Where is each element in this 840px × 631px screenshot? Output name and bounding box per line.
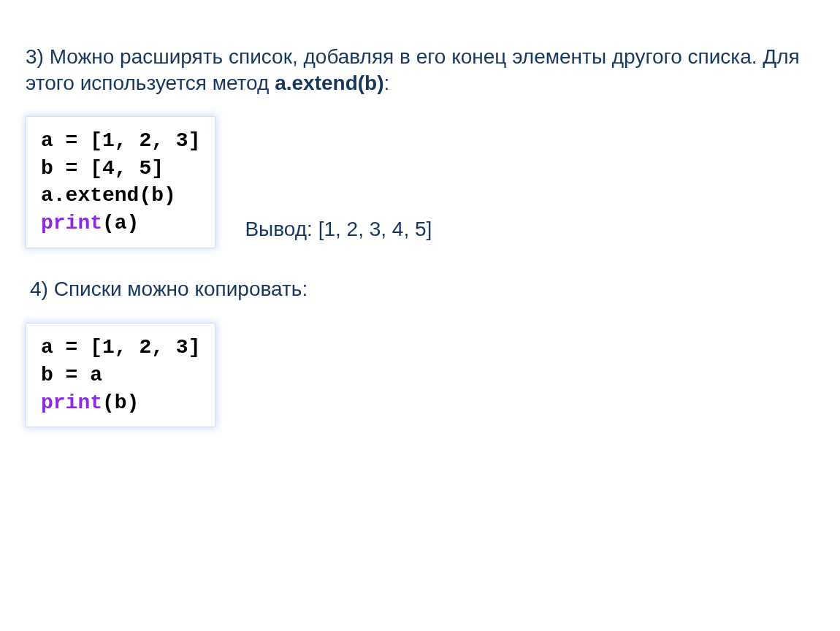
code1-line3: a.extend(b) (41, 184, 176, 207)
paragraph-4: 4) Списки можно копировать: (30, 278, 814, 301)
code1-line1: a = [1, 2, 3] (41, 129, 200, 152)
code2-line1: a = [1, 2, 3] (41, 336, 200, 359)
code2-print-arg: (b) (102, 391, 139, 414)
paragraph-3-tail: : (384, 72, 390, 94)
code-box-1: a = [1, 2, 3] b = [4, 5] a.extend(b) pri… (26, 116, 215, 248)
paragraph-3-bold: a.extend(b) (275, 72, 383, 94)
paragraph-3-text: 3) Можно расширять список, добавляя в ег… (26, 45, 800, 94)
code-box-2: a = [1, 2, 3] b = a print(b) (26, 323, 215, 427)
page: 3) Можно расширять список, добавляя в ег… (0, 0, 840, 427)
row-code1: a = [1, 2, 3] b = [4, 5] a.extend(b) pri… (26, 116, 814, 248)
code2-print-kw: print (41, 391, 102, 414)
code1-line2: b = [4, 5] (41, 157, 164, 180)
code1-print-arg: (a) (102, 212, 139, 234)
code1-print-kw: print (41, 212, 102, 234)
paragraph-3: 3) Можно расширять список, добавляя в ег… (26, 44, 800, 97)
code2-line2: b = a (41, 364, 102, 386)
output-1: Вывод: [1, 2, 3, 4, 5] (245, 218, 432, 241)
